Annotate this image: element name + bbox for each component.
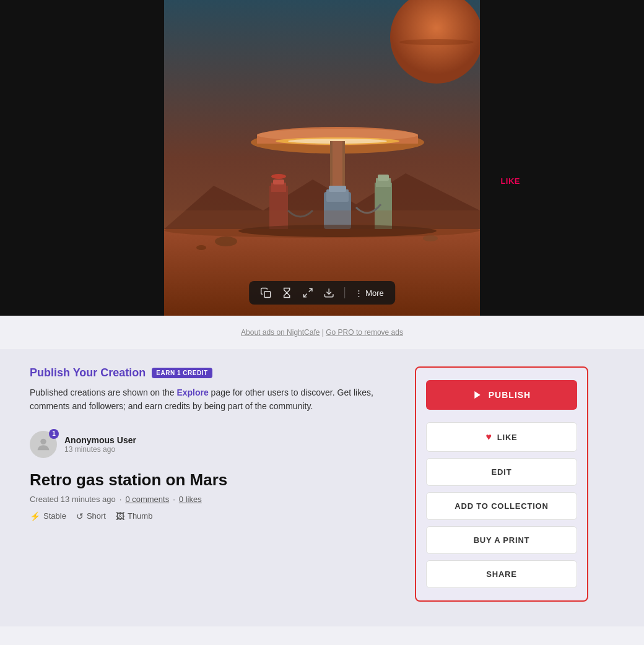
fullscreen-icon[interactable] (302, 287, 313, 298)
svg-rect-16 (273, 180, 284, 184)
user-time: 13 minutes ago (64, 445, 136, 454)
thumb-icon: 🖼 (116, 511, 124, 521)
hourglass-icon[interactable] (281, 287, 292, 298)
ellipsis-icon: ⋮ (355, 288, 363, 298)
edit-label: EDIT (492, 467, 512, 477)
edit-button[interactable]: EDIT (426, 458, 577, 486)
like-label: LIKE (497, 433, 518, 442)
buy-a-print-button[interactable]: BUY A PRINT (426, 526, 577, 554)
svg-point-2 (399, 39, 474, 45)
svg-point-26 (423, 235, 438, 241)
add-to-collection-label: ADD TO COLLECTION (455, 501, 548, 511)
svg-point-25 (215, 236, 237, 246)
svg-rect-23 (329, 186, 346, 192)
svg-point-27 (196, 245, 206, 250)
tag-thumb: 🖼 Thumb (116, 511, 152, 521)
ad-text-1[interactable]: About ads on NightCafe (241, 328, 322, 337)
svg-point-33 (40, 438, 46, 444)
publish-title-row: Publish Your Creation EARN 1 CREDIT (30, 366, 409, 379)
stable-label: Stable (43, 511, 66, 521)
ad-link-2[interactable]: Go PRO to remove ads (326, 328, 403, 337)
comments-link[interactable]: 0 comments (125, 495, 169, 504)
svg-rect-20 (378, 175, 389, 181)
add-to-collection-button[interactable]: ADD TO COLLECTION (426, 492, 577, 520)
share-button[interactable]: SHARE (426, 560, 577, 588)
ad-link-1[interactable]: About ads on NightCafe (241, 328, 320, 337)
main-artwork (164, 0, 480, 316)
ad-section: About ads on NightCafe | Go PRO to remov… (0, 316, 644, 349)
publish-icon (472, 390, 482, 400)
likes-link[interactable]: 0 likes (179, 495, 202, 504)
publish-title: Publish Your Creation (30, 366, 146, 379)
toolbar-divider (344, 287, 345, 298)
creation-meta: Created 13 minutes ago · 0 comments · 0 … (30, 495, 409, 504)
buy-a-print-label: BUY A PRINT (474, 535, 530, 545)
explore-link[interactable]: Explore (176, 387, 208, 397)
publish-label: PUBLISH (489, 390, 531, 400)
short-label: Short (87, 511, 106, 521)
created-date: Created 13 minutes ago (30, 495, 116, 504)
copy-icon[interactable] (260, 287, 271, 298)
svg-line-31 (303, 294, 307, 297)
svg-point-17 (271, 174, 286, 179)
publish-info-section: Publish Your Creation EARN 1 CREDIT Publ… (30, 366, 409, 413)
user-name[interactable]: Anonymous User (64, 435, 136, 445)
like-overlay-text: LIKE (500, 176, 520, 186)
user-info: Anonymous User 13 minutes ago (64, 435, 136, 454)
notification-badge: 1 (49, 429, 59, 439)
more-label: More (365, 288, 384, 298)
more-button[interactable]: ⋮ More (355, 288, 384, 298)
like-button[interactable]: ♥ LIKE (426, 422, 577, 452)
creation-title: Retro gas station on Mars (30, 470, 409, 490)
short-icon: ↺ (76, 511, 84, 521)
publish-description: Published creations are shown on the Exp… (30, 386, 409, 413)
stable-icon: ⚡ (30, 511, 40, 521)
meta-dot-2: · (173, 495, 175, 504)
svg-rect-29 (264, 292, 271, 298)
svg-rect-28 (164, 210, 480, 229)
avatar-wrapper: 1 (30, 431, 57, 458)
creation-tags: ⚡ Stable ↺ Short 🖼 Thumb (30, 511, 409, 521)
share-label: SHARE (486, 569, 517, 579)
svg-line-30 (309, 288, 312, 292)
content-area: Publish Your Creation EARN 1 CREDIT Publ… (0, 349, 644, 626)
user-row: 1 Anonymous User 13 minutes ago (30, 431, 409, 458)
heart-icon: ♥ (485, 431, 492, 443)
left-panel: Publish Your Creation EARN 1 CREDIT Publ… (0, 366, 409, 602)
tag-short: ↺ Short (76, 511, 106, 521)
tag-stable: ⚡ Stable (30, 511, 66, 521)
image-section: ⋮ More LIKE (0, 0, 644, 316)
image-toolbar: ⋮ More (249, 281, 395, 305)
publish-button[interactable]: PUBLISH (426, 380, 577, 410)
thumb-label: Thumb (128, 511, 152, 521)
action-panel: PUBLISH ♥ LIKE EDIT ADD TO COLLECTION BU… (415, 366, 588, 602)
download-icon[interactable] (323, 287, 334, 298)
meta-dot-1: · (120, 495, 122, 504)
svg-marker-34 (474, 391, 480, 399)
right-panel: PUBLISH ♥ LIKE EDIT ADD TO COLLECTION BU… (409, 366, 601, 602)
earn-badge: EARN 1 CREDIT (152, 368, 212, 378)
